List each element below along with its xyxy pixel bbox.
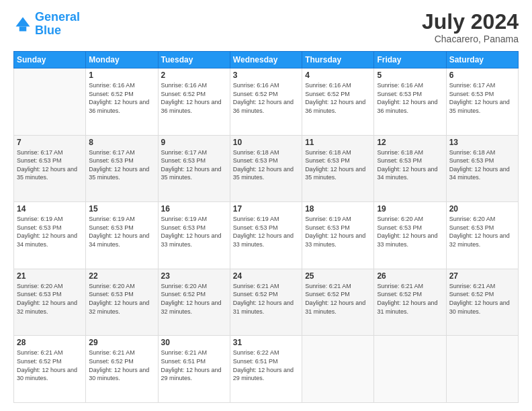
- calendar-cell: 29Sunrise: 6:21 AMSunset: 6:52 PMDayligh…: [86, 336, 158, 403]
- calendar-cell: [446, 336, 518, 403]
- logo-line2: Blue: [35, 24, 61, 37]
- calendar-week-row: 28Sunrise: 6:21 AMSunset: 6:52 PMDayligh…: [14, 336, 519, 403]
- day-info: Sunrise: 6:16 AMSunset: 6:52 PMDaylight:…: [89, 81, 154, 115]
- day-number: 7: [17, 138, 83, 147]
- day-number: 30: [161, 338, 227, 347]
- day-info: Sunrise: 6:18 AMSunset: 6:53 PMDaylight:…: [233, 148, 299, 182]
- day-number: 19: [377, 204, 443, 214]
- calendar-cell: 28Sunrise: 6:21 AMSunset: 6:52 PMDayligh…: [14, 336, 86, 403]
- header: General Blue July 2024 Chacarero, Panama: [13, 11, 519, 44]
- page: General Blue July 2024 Chacarero, Panama…: [0, 0, 532, 411]
- day-info: Sunrise: 6:20 AMSunset: 6:53 PMDaylight:…: [449, 215, 515, 248]
- day-number: 20: [449, 204, 515, 214]
- day-number: 16: [161, 204, 227, 214]
- day-number: 28: [17, 338, 83, 347]
- day-number: 9: [161, 138, 227, 147]
- calendar-cell: 24Sunrise: 6:21 AMSunset: 6:52 PMDayligh…: [230, 269, 302, 336]
- day-info: Sunrise: 6:19 AMSunset: 6:53 PMDaylight:…: [17, 215, 83, 248]
- day-number: 22: [89, 271, 154, 281]
- calendar-week-row: 1Sunrise: 6:16 AMSunset: 6:52 PMDaylight…: [14, 68, 519, 136]
- calendar-cell: 7Sunrise: 6:17 AMSunset: 6:53 PMDaylight…: [14, 135, 86, 202]
- day-number: 12: [377, 138, 443, 147]
- day-number: 15: [89, 204, 154, 214]
- logo: General Blue: [13, 11, 80, 38]
- day-number: 6: [449, 71, 515, 80]
- day-info: Sunrise: 6:16 AMSunset: 6:53 PMDaylight:…: [377, 81, 443, 115]
- day-info: Sunrise: 6:21 AMSunset: 6:52 PMDaylight:…: [17, 349, 83, 382]
- col-sunday: Sunday: [14, 52, 86, 68]
- calendar-cell: 10Sunrise: 6:18 AMSunset: 6:53 PMDayligh…: [230, 135, 302, 202]
- calendar-cell: 27Sunrise: 6:21 AMSunset: 6:52 PMDayligh…: [446, 269, 518, 336]
- calendar-cell: 3Sunrise: 6:16 AMSunset: 6:52 PMDaylight…: [230, 68, 302, 136]
- day-number: 31: [233, 338, 299, 347]
- day-number: 27: [449, 271, 515, 281]
- calendar-cell: [374, 336, 446, 403]
- col-wednesday: Wednesday: [230, 52, 302, 68]
- calendar-week-row: 7Sunrise: 6:17 AMSunset: 6:53 PMDaylight…: [14, 135, 519, 202]
- day-number: 21: [17, 271, 83, 281]
- calendar-cell: 6Sunrise: 6:17 AMSunset: 6:53 PMDaylight…: [446, 68, 518, 136]
- day-info: Sunrise: 6:20 AMSunset: 6:53 PMDaylight:…: [17, 282, 83, 316]
- day-number: 2: [161, 71, 227, 80]
- calendar-cell: 2Sunrise: 6:16 AMSunset: 6:52 PMDaylight…: [158, 68, 230, 136]
- day-info: Sunrise: 6:16 AMSunset: 6:52 PMDaylight:…: [305, 81, 371, 115]
- day-info: Sunrise: 6:19 AMSunset: 6:53 PMDaylight:…: [89, 215, 154, 248]
- day-info: Sunrise: 6:16 AMSunset: 6:52 PMDaylight:…: [161, 81, 227, 115]
- svg-rect-2: [19, 26, 27, 31]
- calendar-cell: 19Sunrise: 6:20 AMSunset: 6:53 PMDayligh…: [374, 202, 446, 269]
- calendar-week-row: 21Sunrise: 6:20 AMSunset: 6:53 PMDayligh…: [14, 269, 519, 336]
- day-number: 13: [449, 138, 515, 147]
- day-info: Sunrise: 6:20 AMSunset: 6:53 PMDaylight:…: [89, 282, 154, 316]
- calendar-cell: 17Sunrise: 6:19 AMSunset: 6:53 PMDayligh…: [230, 202, 302, 269]
- day-number: 25: [305, 271, 371, 281]
- day-number: 29: [89, 338, 154, 347]
- day-info: Sunrise: 6:19 AMSunset: 6:53 PMDaylight:…: [233, 215, 299, 248]
- col-thursday: Thursday: [302, 52, 374, 68]
- title-block: July 2024 Chacarero, Panama: [422, 11, 519, 44]
- calendar-cell: 18Sunrise: 6:19 AMSunset: 6:53 PMDayligh…: [302, 202, 374, 269]
- calendar-cell: 11Sunrise: 6:18 AMSunset: 6:53 PMDayligh…: [302, 135, 374, 202]
- calendar-cell: [14, 68, 86, 136]
- calendar-cell: 1Sunrise: 6:16 AMSunset: 6:52 PMDaylight…: [86, 68, 158, 136]
- calendar-cell: 5Sunrise: 6:16 AMSunset: 6:53 PMDaylight…: [374, 68, 446, 136]
- day-number: 10: [233, 138, 299, 147]
- calendar-header-row: Sunday Monday Tuesday Wednesday Thursday…: [14, 52, 519, 68]
- day-info: Sunrise: 6:19 AMSunset: 6:53 PMDaylight:…: [305, 215, 371, 248]
- day-info: Sunrise: 6:19 AMSunset: 6:53 PMDaylight:…: [161, 215, 227, 248]
- logo-line1: General: [35, 10, 80, 24]
- calendar-cell: 25Sunrise: 6:21 AMSunset: 6:52 PMDayligh…: [302, 269, 374, 336]
- calendar-cell: 22Sunrise: 6:20 AMSunset: 6:53 PMDayligh…: [86, 269, 158, 336]
- calendar-cell: [302, 336, 374, 403]
- calendar-cell: 16Sunrise: 6:19 AMSunset: 6:53 PMDayligh…: [158, 202, 230, 269]
- day-info: Sunrise: 6:18 AMSunset: 6:53 PMDaylight:…: [305, 148, 371, 182]
- calendar-cell: 12Sunrise: 6:18 AMSunset: 6:53 PMDayligh…: [374, 135, 446, 202]
- calendar-cell: 31Sunrise: 6:22 AMSunset: 6:51 PMDayligh…: [230, 336, 302, 403]
- calendar-body: 1Sunrise: 6:16 AMSunset: 6:52 PMDaylight…: [14, 68, 519, 403]
- day-info: Sunrise: 6:16 AMSunset: 6:52 PMDaylight:…: [233, 81, 299, 115]
- calendar-cell: 30Sunrise: 6:21 AMSunset: 6:51 PMDayligh…: [158, 336, 230, 403]
- day-info: Sunrise: 6:21 AMSunset: 6:52 PMDaylight:…: [233, 282, 299, 316]
- day-number: 8: [89, 138, 154, 147]
- location: Chacarero, Panama: [422, 34, 519, 44]
- calendar-cell: 21Sunrise: 6:20 AMSunset: 6:53 PMDayligh…: [14, 269, 86, 336]
- col-monday: Monday: [86, 52, 158, 68]
- day-number: 18: [305, 204, 371, 214]
- day-number: 1: [89, 71, 154, 80]
- col-tuesday: Tuesday: [158, 52, 230, 68]
- day-info: Sunrise: 6:20 AMSunset: 6:52 PMDaylight:…: [161, 282, 227, 316]
- calendar-cell: 20Sunrise: 6:20 AMSunset: 6:53 PMDayligh…: [446, 202, 518, 269]
- day-number: 23: [161, 271, 227, 281]
- calendar-cell: 8Sunrise: 6:17 AMSunset: 6:53 PMDaylight…: [86, 135, 158, 202]
- day-info: Sunrise: 6:17 AMSunset: 6:53 PMDaylight:…: [161, 148, 227, 182]
- day-number: 26: [377, 271, 443, 281]
- calendar-cell: 13Sunrise: 6:18 AMSunset: 6:53 PMDayligh…: [446, 135, 518, 202]
- day-info: Sunrise: 6:18 AMSunset: 6:53 PMDaylight:…: [449, 148, 515, 182]
- day-info: Sunrise: 6:17 AMSunset: 6:53 PMDaylight:…: [89, 148, 154, 182]
- day-number: 3: [233, 71, 299, 80]
- col-friday: Friday: [374, 52, 446, 68]
- calendar-cell: 14Sunrise: 6:19 AMSunset: 6:53 PMDayligh…: [14, 202, 86, 269]
- calendar-week-row: 14Sunrise: 6:19 AMSunset: 6:53 PMDayligh…: [14, 202, 519, 269]
- logo-text: General Blue: [35, 11, 80, 38]
- day-number: 17: [233, 204, 299, 214]
- calendar-cell: 9Sunrise: 6:17 AMSunset: 6:53 PMDaylight…: [158, 135, 230, 202]
